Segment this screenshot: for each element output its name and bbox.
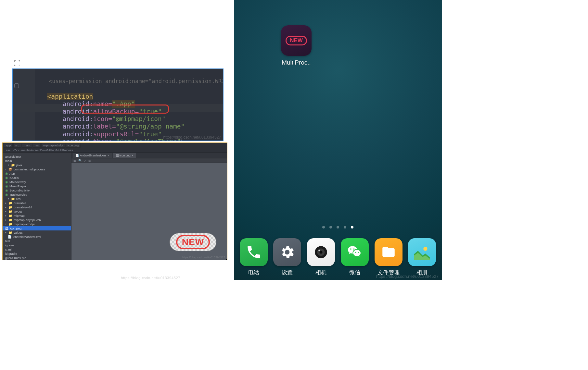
tree-icon-png[interactable]: 🖼icon.png [3, 226, 71, 230]
tree-manifest[interactable]: 📄AndroidManifest.xml [3, 235, 71, 239]
project-path: ess ~/Documents/AndroidDev/GitHub/MultiP… [3, 148, 227, 153]
svg-point-2 [320, 251, 323, 253]
dock-gallery[interactable]: 相册 [408, 238, 436, 276]
dock-settings[interactable]: 设置 [273, 238, 301, 276]
tree-values[interactable]: ▸📁values [3, 230, 71, 235]
tree-ore[interactable]: ore [3, 260, 71, 260]
wechat-icon [341, 238, 369, 266]
image-preview: NEW [170, 233, 216, 251]
zoom-out-icon[interactable]: ⤢ [84, 159, 86, 162]
resize-handle-icon[interactable] [226, 259, 227, 260]
page-indicator[interactable] [234, 226, 442, 228]
tree-iml[interactable]: s.iml [3, 247, 71, 252]
tree-mipmap-xxhdpi[interactable]: ▾📁mipmap-xxhdpi [3, 222, 71, 226]
tab-manifest[interactable]: 📄AndroidManifest.xml× [73, 153, 112, 158]
zoom-1to1-icon[interactable]: ▦ [73, 159, 76, 162]
zoom-in-icon[interactable]: 🔍 [78, 159, 82, 162]
watermark: https://blog.csdn.net/u013394527 [182, 256, 225, 259]
tree-ioutils[interactable]: ◉IOUtils [3, 176, 71, 180]
xml-code: <uses-permission android:name="android.p… [35, 69, 223, 141]
dock: 电话 设置 相机 微信 文件管理 [234, 238, 442, 276]
dock-files[interactable]: 文件管理 [375, 238, 403, 276]
tree-package[interactable]: ▾📦com.mike.multiprocess [3, 167, 71, 171]
dock-label: 相机 [307, 269, 335, 276]
tree-res[interactable]: ▾📁res [3, 197, 71, 201]
page-dot[interactable] [337, 226, 339, 228]
image-toolbar: ▦ 🔍 ⤢ ▧ [71, 158, 227, 163]
breadcrumb-icon[interactable]: icon.png [66, 143, 81, 148]
tree-app[interactable]: ◉App [3, 171, 71, 176]
dock-label: 微信 [341, 269, 369, 276]
tree-ignore[interactable]: ignore [3, 243, 71, 247]
tree-drawable[interactable]: ▸📁drawable [3, 201, 71, 205]
footer-url: https://blog.csdn.net/u013394527 [121, 276, 180, 280]
app-label: MultiProc.. [281, 59, 312, 66]
svg-point-3 [318, 250, 320, 251]
ide-project-screenshot: app src main res mipmap-xxhdpi icon.png … [2, 142, 227, 260]
ide-toolbar: app src main res mipmap-xxhdpi icon.png [3, 143, 227, 148]
tree-layout[interactable]: ▸📁layout [3, 209, 71, 214]
new-badge-label: NEW [176, 235, 210, 249]
phone-homescreen: NEW MultiProc.. 电话 设置 相机 [234, 0, 442, 280]
tree-mainactivity[interactable]: ◉MainActivity [3, 180, 71, 184]
code-editor-screenshot: <uses-permission android:name="android.p… [12, 68, 224, 141]
grid-icon[interactable]: ▧ [88, 159, 91, 162]
breadcrumb-app[interactable]: app [4, 143, 13, 148]
page-dot[interactable] [322, 226, 325, 228]
tree-trackservice[interactable]: ◉TrackService [3, 192, 71, 197]
breadcrumb-src[interactable]: src [13, 143, 21, 148]
left-column: <uses-permission android:name="android.p… [0, 0, 231, 370]
editor-pane: 📄AndroidManifest.xml× 🖼icon.png× ▦ 🔍 ⤢ ▧… [71, 153, 227, 260]
breadcrumb: app src main res mipmap-xxhdpi icon.png [4, 143, 81, 148]
breadcrumb-main[interactable]: main [22, 143, 32, 148]
project-tree[interactable]: androidTest main ▾📁java ▾📦com.mike.multi… [3, 153, 71, 260]
tree-drawable-v24[interactable]: ▸📁drawable-v24 [3, 205, 71, 209]
tree-gradle[interactable]: ld.gradle [3, 252, 71, 256]
dock-wechat[interactable]: 微信 [341, 238, 369, 276]
dock-label: 电话 [240, 269, 268, 276]
tab-icon-png[interactable]: 🖼icon.png× [113, 153, 136, 158]
watermark: https://blog.csdn.net/u013394527 [376, 274, 439, 279]
dock-label: 设置 [273, 269, 301, 276]
app-icon: NEW [281, 25, 312, 56]
tree-mipmap[interactable]: ▸📁mipmap [3, 214, 71, 218]
fold-mark-icon [14, 83, 19, 88]
tree-secondactivity[interactable]: ◉SecondActivity [3, 188, 71, 192]
tree-test[interactable]: test [3, 239, 71, 243]
dock-phone[interactable]: 电话 [240, 238, 268, 276]
editor-tabs: 📄AndroidManifest.xml× 🖼icon.png× [71, 153, 227, 158]
page-dot[interactable] [329, 226, 332, 228]
page-dot-current[interactable] [351, 226, 353, 228]
gear-icon [273, 238, 301, 266]
xml-tag-application: <application [47, 93, 93, 100]
tree-mipmap-anydpi[interactable]: ▸📁mipmap-anydpi-v26 [3, 218, 71, 222]
divider [12, 272, 224, 272]
tree-main[interactable]: main [3, 159, 71, 163]
page-dot[interactable] [344, 226, 346, 228]
crop-handle-icon[interactable] [14, 60, 21, 67]
cut-line: <uses-permission android:name="android.p… [40, 77, 224, 84]
camera-icon [307, 238, 335, 266]
gallery-icon [408, 238, 436, 266]
app-multiproc[interactable]: NEW MultiProc.. [281, 25, 312, 66]
phone-icon [240, 238, 268, 266]
breadcrumb-res[interactable]: res [33, 143, 41, 148]
dock-camera[interactable]: 相机 [307, 238, 335, 276]
watermark: https://blog.csdn.net/u013394527 [163, 135, 221, 140]
tree-java[interactable]: ▾📁java [3, 163, 71, 167]
folder-icon [375, 238, 403, 266]
tree-musicplayer[interactable]: ◉MusicPlayer [3, 184, 71, 188]
svg-point-4 [423, 247, 428, 251]
tree-proguard[interactable]: guard-rules.pro [3, 256, 71, 260]
new-badge-icon: NEW [286, 36, 307, 45]
breadcrumb-mipmap[interactable]: mipmap-xxhdpi [41, 143, 65, 148]
tree-androidtest[interactable]: androidTest [3, 154, 71, 159]
